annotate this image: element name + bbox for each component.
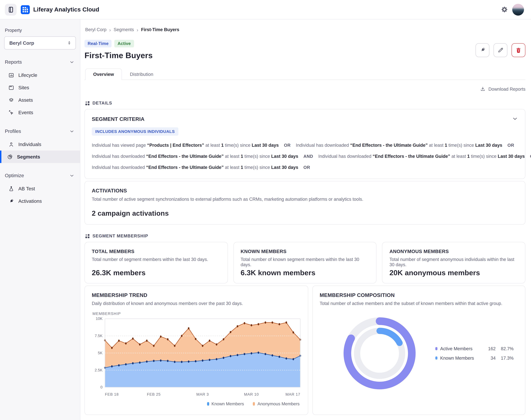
svg-text:FEB 25: FEB 25	[147, 392, 161, 396]
breadcrumb-item[interactable]: Segments	[114, 27, 134, 32]
layers-icon	[8, 97, 14, 103]
svg-text:MAR 3: MAR 3	[196, 392, 209, 396]
trend-subtitle: Daily distribution of known and anonymou…	[92, 301, 302, 306]
download-icon	[480, 86, 486, 92]
sidebar-item-segments[interactable]: Segments	[0, 150, 80, 163]
chevron-right-icon: ›	[109, 27, 111, 32]
segment-criteria-card: SEGMENT CRITERIA INCLUDES ANONYMOUS INDI…	[84, 109, 525, 179]
sidebar-section-profiles-header[interactable]: Profiles	[0, 128, 80, 134]
sidebar-item-events[interactable]: Events	[0, 106, 80, 119]
brand: Liferay Analytics Cloud	[21, 5, 99, 14]
stat-description: Total number of segment anonymous indivi…	[390, 257, 518, 267]
stat-value: 6.3K known members	[241, 269, 369, 277]
stat-title: ANONYMOUS MEMBERS	[390, 249, 518, 254]
composition-subtitle: Total number of active members and the s…	[320, 301, 518, 306]
user-avatar[interactable]	[512, 4, 524, 15]
sidebar-section-reports: Reports Lifecycle Sites Assets	[0, 59, 80, 119]
sidebar-item-label: Assets	[18, 97, 33, 103]
svg-text:7.5K: 7.5K	[95, 334, 103, 338]
sidebar-item-activations[interactable]: Activations	[0, 195, 80, 207]
chevron-up-down-icon	[66, 40, 72, 46]
sidebar-item-lifecycle[interactable]: Lifecycle	[0, 69, 80, 81]
sidebar-item-label: Activations	[18, 198, 42, 204]
sidebar-item-label: Lifecycle	[18, 72, 37, 78]
plug-icon	[479, 47, 486, 53]
status-badge: Active	[114, 40, 134, 47]
composition-legend-row: Active Members16282.7%	[436, 344, 514, 353]
sidebar-section-optimize: Optimize AB Test Activations	[0, 173, 80, 207]
sidebar-toggle-button[interactable]	[5, 4, 17, 15]
known-members-card: KNOWN MEMBERS Total number of known segm…	[233, 242, 376, 284]
trend-area-chart[interactable]: 10K7.5K5K2.5K0FEB 18FEB 25MAR 3MAR 10MAR…	[92, 317, 302, 399]
liferay-logo-icon	[21, 5, 30, 14]
section-label: Reports	[5, 59, 22, 65]
membership-composition-card: MEMBERSHIP COMPOSITION Total number of a…	[312, 285, 525, 415]
activations-card: ACTIVATIONS Total number of active segme…	[84, 181, 525, 225]
membership-section-text: SEGMENT MEMBERSHIP	[93, 234, 148, 239]
sidebar-item-label: Individuals	[18, 142, 41, 147]
sidebar-item-sites[interactable]: Sites	[0, 81, 80, 94]
legend-marker	[436, 347, 437, 350]
composition-legend: Active Members16282.7%Known Members3417.…	[436, 344, 514, 363]
download-reports-button[interactable]: Download Reports	[480, 86, 525, 92]
sidebar-item-assets[interactable]: Assets	[0, 94, 80, 106]
sidebar-item-ab-test[interactable]: AB Test	[0, 182, 80, 195]
sidebar-section-optimize-header[interactable]: Optimize	[0, 173, 80, 178]
settings-button[interactable]	[501, 6, 508, 13]
sidebar-section-reports-header[interactable]: Reports	[0, 59, 80, 65]
page-head-left: Real-Time Active First-Time Buyers	[84, 40, 153, 60]
svg-text:10K: 10K	[96, 317, 103, 321]
pencil-icon	[497, 47, 504, 53]
legend-item: Anonymous Members	[253, 402, 299, 406]
sidebar-item-label: Sites	[18, 85, 29, 90]
composition-donut-chart[interactable]	[340, 314, 420, 393]
panel-left-icon	[7, 6, 15, 13]
membership-trend-card: MEMBERSHIP TREND Daily distribution of k…	[84, 285, 308, 415]
stat-value: 20K anonymous members	[390, 269, 518, 277]
tab-distribution[interactable]: Distribution	[122, 69, 161, 80]
download-reports-label: Download Reports	[488, 86, 525, 92]
flask-icon	[8, 186, 14, 192]
sidebar: Property Beryl Corp Reports Lifecycle	[0, 19, 80, 420]
svg-text:MAR 17: MAR 17	[285, 392, 300, 396]
sidebar-item-label: AB Test	[18, 186, 35, 192]
page-title: First-Time Buyers	[84, 51, 153, 60]
activations-title: ACTIVATIONS	[92, 188, 518, 194]
tab-overview[interactable]: Overview	[85, 69, 122, 80]
sidebar-item-label: Events	[18, 110, 33, 115]
page-actions	[476, 43, 525, 57]
person-icon	[8, 141, 14, 147]
anonymous-individuals-badge: INCLUDES ANONYMOUS INDIVIDUALS	[92, 127, 178, 136]
trend-legend: Known MembersAnonymous Members	[92, 402, 302, 406]
collapse-criteria-button[interactable]	[512, 116, 518, 122]
segment-criteria-title: SEGMENT CRITERIA	[92, 116, 145, 122]
tab-bar: Overview Distribution	[84, 69, 525, 80]
legend-marker	[436, 357, 437, 360]
chevron-down-icon	[69, 173, 75, 178]
trend-y-axis-title: MEMBERSHIP	[93, 312, 302, 316]
delete-button[interactable]	[512, 43, 525, 57]
svg-text:2.5K: 2.5K	[95, 368, 103, 372]
trash-icon	[515, 47, 522, 53]
edit-button[interactable]	[494, 43, 507, 57]
stat-description: Total number of segment members within t…	[92, 257, 220, 262]
legend-value: 34	[481, 356, 496, 361]
breadcrumb-item-current: First-Time Buyers	[141, 27, 179, 32]
sidebar-item-individuals[interactable]: Individuals	[0, 138, 80, 150]
legend-value: 162	[481, 346, 496, 351]
legend-label: Known Members	[440, 356, 481, 361]
chevron-down-icon	[512, 116, 518, 122]
activations-button[interactable]	[476, 43, 489, 57]
section-label: Profiles	[5, 128, 21, 134]
composition-title: MEMBERSHIP COMPOSITION	[320, 292, 518, 298]
property-label: Property	[5, 28, 76, 33]
activations-description: Total number of active segment synchroni…	[92, 196, 518, 202]
legend-label: Active Members	[440, 346, 481, 351]
pie-chart-icon	[7, 154, 13, 160]
legend-item: Known Members	[207, 402, 244, 406]
plug-icon	[8, 198, 14, 204]
property-select[interactable]: Beryl Corp	[4, 36, 76, 50]
breadcrumb-item[interactable]: Beryl Corp	[85, 27, 107, 32]
app-window: Liferay Analytics Cloud	[0, 0, 531, 420]
breadcrumb: Beryl Corp › Segments › First-Time Buyer…	[85, 27, 525, 32]
